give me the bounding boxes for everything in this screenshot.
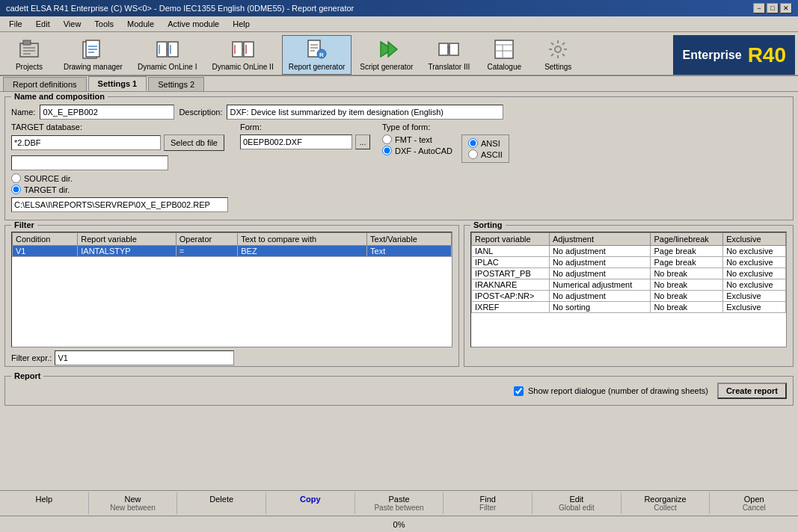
svg-rect-1 <box>23 40 31 45</box>
translator-3-icon <box>437 37 461 61</box>
toolbar-translator-3[interactable]: Translator III <box>421 35 476 75</box>
show-dialogue-checkbox[interactable] <box>514 386 524 396</box>
menu-active-module[interactable]: Active module <box>162 18 225 30</box>
svg-marker-23 <box>388 42 397 57</box>
target-dir-radio[interactable] <box>11 185 21 194</box>
select-db-button[interactable]: Select db file <box>164 134 224 151</box>
svg-rect-26 <box>495 40 513 58</box>
toolbar-dynamic-online-1[interactable]: Dynamic OnLine I <box>131 35 203 75</box>
form-label: Form: <box>240 123 370 132</box>
sorting-table-row[interactable]: IPLACNo adjustmentPage breakNo exclusive <box>472 257 786 268</box>
svg-rect-25 <box>449 43 458 55</box>
sorting-table-row[interactable]: IPOST<AP:NR>No adjustmentNo breakExclusi… <box>472 291 786 302</box>
toolbar-drawing-manager[interactable]: Drawing manager <box>57 35 129 75</box>
fmt-text-radio[interactable] <box>382 134 392 144</box>
filter-col-operator: Operator <box>176 233 237 246</box>
menu-tools[interactable]: Tools <box>88 18 120 30</box>
tab-settings-1[interactable]: Settings 1 <box>88 76 147 91</box>
toolbar-projects-label: Projects <box>16 63 43 71</box>
sorting-table-row[interactable]: IPOSTART_PBNo adjustmentNo breakNo exclu… <box>472 268 786 279</box>
sorting-table-row[interactable]: IXREFNo sortingNo breakExclusive <box>472 302 786 313</box>
name-label: Name: <box>11 108 35 117</box>
tab-settings-2[interactable]: Settings 2 <box>148 77 204 91</box>
filter-table-row[interactable]: V1IANTALSTYP=BEZText <box>13 246 452 257</box>
minimize-button[interactable]: − <box>753 3 765 13</box>
toolbar-translator-3-label: Translator III <box>428 63 470 71</box>
toolbar-settings[interactable]: Settings <box>532 35 584 75</box>
catalogue-icon <box>492 37 516 61</box>
svg-rect-13 <box>233 42 242 57</box>
form-input[interactable] <box>240 134 352 149</box>
show-dialogue-label: Show report dialogue (number of drawing … <box>528 386 708 395</box>
menu-view[interactable]: View <box>58 18 88 30</box>
svg-rect-10 <box>157 42 167 57</box>
db-input[interactable] <box>11 135 161 150</box>
type-of-form-label: Type of form: <box>382 123 509 132</box>
menu-edit[interactable]: Edit <box>30 18 56 30</box>
drawing-manager-icon <box>81 37 105 61</box>
svg-rect-24 <box>439 43 448 55</box>
close-button[interactable]: ✕ <box>780 3 792 13</box>
sorting-col-adjustment: Adjustment <box>549 233 651 246</box>
toolbar-catalogue-label: Catalogue <box>487 63 521 71</box>
projects-icon <box>17 37 41 61</box>
report-title: Report <box>11 371 43 380</box>
tab-report-definitions[interactable]: Report definitions <box>3 77 87 91</box>
sorting-table-container[interactable]: Report variable Adjustment Page/linebrea… <box>470 232 787 347</box>
svg-rect-6 <box>86 40 99 57</box>
filter-expr-label: Filter expr.: <box>11 353 52 362</box>
toolbar-projects[interactable]: Projects <box>3 35 55 75</box>
menu-help[interactable]: Help <box>227 18 256 30</box>
create-report-button[interactable]: Create report <box>717 383 787 399</box>
filter-table-container[interactable]: Condition Report variable Operator Text … <box>11 232 452 347</box>
name-input[interactable] <box>40 105 174 120</box>
sorting-column: Sorting Report variable Adjustment Page/… <box>464 225 794 371</box>
menu-file[interactable]: File <box>3 18 28 30</box>
toolbar-settings-label: Settings <box>544 63 571 71</box>
db-extra-input[interactable] <box>11 155 168 170</box>
toolbar-dynamic-online-1-label: Dynamic OnLine I <box>138 63 197 71</box>
filter-table: Condition Report variable Operator Text … <box>12 232 452 257</box>
filter-col-condition: Condition <box>13 233 78 246</box>
sorting-col-pagebreak: Page/linebreak <box>651 233 723 246</box>
toolbar-report-generator-label: Report generator <box>289 63 346 71</box>
sorting-table-row[interactable]: IRAKNARENumerical adjustmentNo breakNo e… <box>472 279 786 291</box>
name-composition-group: Name and composition Name: Description: … <box>4 96 794 220</box>
report-generator-icon: R <box>304 37 328 61</box>
filter-column: Filter Condition Report variable Operato… <box>4 225 459 371</box>
path-input[interactable] <box>11 197 228 212</box>
toolbar-dynamic-online-2[interactable]: Dynamic OnLine II <box>205 35 280 75</box>
toolbar: Projects Drawing manager Dynamic OnLine … <box>0 32 798 76</box>
ansi-radio[interactable] <box>468 138 478 148</box>
enterprise-badge: Enterprise R40 <box>673 35 795 75</box>
name-composition-title: Name and composition <box>11 92 108 101</box>
script-generator-icon <box>375 37 399 61</box>
source-dir-label: SOURCE dir. <box>24 174 73 183</box>
toolbar-catalogue[interactable]: Catalogue <box>478 35 530 75</box>
maximize-button[interactable]: □ <box>767 3 779 13</box>
svg-rect-11 <box>168 42 178 57</box>
description-input[interactable] <box>227 105 503 120</box>
toolbar-script-generator-label: Script generator <box>360 63 413 71</box>
ascii-radio[interactable] <box>468 149 478 159</box>
filter-sorting-row: Filter Condition Report variable Operato… <box>4 225 794 371</box>
window-controls: − □ ✕ <box>753 3 792 13</box>
menu-module[interactable]: Module <box>121 18 160 30</box>
filter-expr-input[interactable] <box>55 350 234 365</box>
filter-group: Filter Condition Report variable Operato… <box>4 225 459 367</box>
enterprise-label: Enterprise <box>682 49 741 62</box>
settings-icon <box>546 37 570 61</box>
source-dir-radio[interactable] <box>11 173 21 183</box>
dir-options: SOURCE dir. TARGET dir. <box>11 173 228 194</box>
ascii-label: ASCII <box>481 150 503 159</box>
sorting-table: Report variable Adjustment Page/linebrea… <box>471 232 786 313</box>
sorting-table-row[interactable]: IANLNo adjustmentPage breakNo exclusive <box>472 246 786 257</box>
dxf-autocad-radio[interactable] <box>382 146 392 155</box>
toolbar-dynamic-online-2-label: Dynamic OnLine II <box>212 63 273 71</box>
dynamic-online-2-icon <box>231 37 255 61</box>
toolbar-report-generator[interactable]: R Report generator <box>282 35 352 75</box>
toolbar-script-generator[interactable]: Script generator <box>353 35 420 75</box>
target-dir-label: TARGET dir. <box>24 185 70 194</box>
form-ellipsis-button[interactable]: ... <box>355 134 370 149</box>
filter-title: Filter <box>11 220 37 229</box>
